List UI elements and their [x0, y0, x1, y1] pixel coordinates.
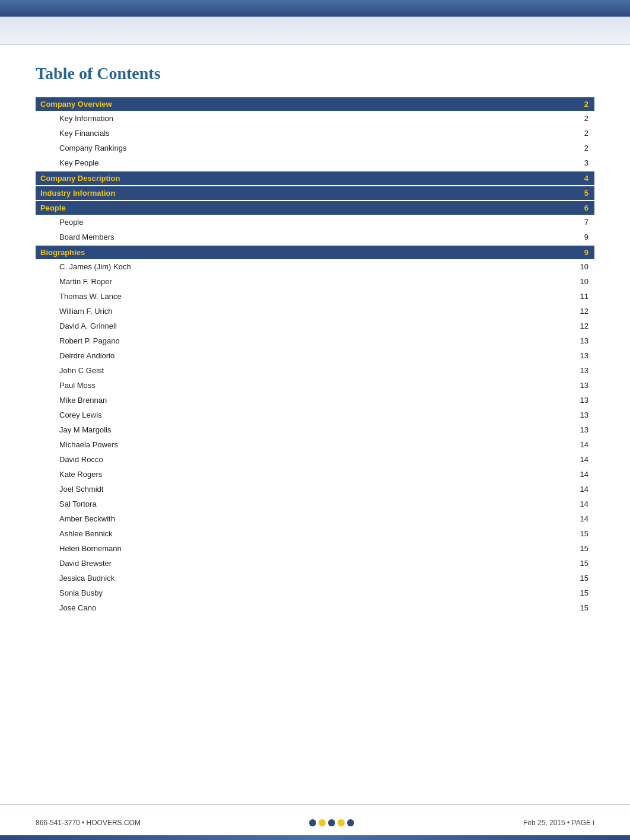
toc-item-4-5[interactable]: Robert P. Pagano13 — [36, 333, 594, 348]
toc-item-0-1[interactable]: Key Financials2 — [36, 126, 594, 141]
toc-item-page-3-0: 7 — [577, 218, 588, 227]
toc-item-label-4-11: Jay M Margolis — [59, 425, 111, 434]
toc-item-page-4-15: 14 — [577, 485, 588, 494]
toc-item-page-4-21: 15 — [577, 574, 588, 583]
toc-item-label-4-8: Paul Moss — [59, 381, 96, 390]
footer-left: 866-541-3770 • HOOVERS.COM — [36, 819, 141, 827]
section-page-4: 9 — [584, 248, 588, 257]
footer-bar — [0, 835, 630, 840]
toc-item-4-19[interactable]: Helen Bornemann15 — [36, 541, 594, 556]
toc-item-0-0[interactable]: Key Information2 — [36, 111, 594, 126]
toc-item-label-4-9: Mike Brennan — [59, 396, 107, 405]
toc-item-4-18[interactable]: Ashlee Bennick15 — [36, 526, 594, 541]
toc-item-4-8[interactable]: Paul Moss13 — [36, 378, 594, 393]
toc-item-4-4[interactable]: David A. Grinnell12 — [36, 319, 594, 333]
toc-item-4-6[interactable]: Deirdre Andiorio13 — [36, 348, 594, 363]
toc-item-page-0-2: 2 — [577, 144, 588, 152]
toc-item-4-0[interactable]: C. James (Jim) Koch10 — [36, 259, 594, 274]
toc-item-page-4-6: 13 — [577, 351, 588, 360]
toc-item-page-4-14: 14 — [577, 470, 588, 479]
section-label-3: People — [40, 203, 66, 212]
toc-item-label-4-4: David A. Grinnell — [59, 322, 117, 330]
toc-item-page-4-2: 11 — [577, 292, 588, 301]
section-page-0: 2 — [584, 100, 588, 109]
logo-dot-5 — [347, 819, 354, 826]
section-block-1: Company Description4 — [36, 171, 594, 185]
toc-item-label-4-12: Michaela Powers — [59, 440, 118, 449]
toc-item-page-4-10: 13 — [577, 411, 588, 419]
toc-item-label-4-17: Amber Beckwith — [59, 514, 115, 523]
toc-item-page-4-17: 14 — [577, 514, 588, 523]
toc-item-4-11[interactable]: Jay M Margolis13 — [36, 422, 594, 437]
toc-item-0-3[interactable]: Key People3 — [36, 155, 594, 170]
section-page-3: 6 — [584, 203, 588, 212]
toc-item-4-21[interactable]: Jessica Budnick15 — [36, 571, 594, 586]
toc-item-4-15[interactable]: Joel Schmidt14 — [36, 482, 594, 497]
toc-item-4-2[interactable]: Thomas W. Lance11 — [36, 289, 594, 304]
toc-item-4-17[interactable]: Amber Beckwith14 — [36, 511, 594, 526]
logo-dot-4 — [338, 819, 345, 826]
section-label-2: Industry Information — [40, 189, 115, 198]
toc-item-page-0-3: 3 — [577, 158, 588, 167]
page-title: Table of Contents — [36, 64, 594, 83]
toc-item-3-0[interactable]: People7 — [36, 215, 594, 230]
toc-item-4-22[interactable]: Sonia Busby15 — [36, 586, 594, 600]
toc-item-label-4-10: Corey Lewis — [59, 411, 102, 419]
toc-item-label-4-22: Sonia Busby — [59, 588, 103, 597]
toc-item-label-4-2: Thomas W. Lance — [59, 292, 122, 301]
toc-item-label-4-3: William F. Urich — [59, 307, 113, 316]
header-bar — [0, 0, 630, 17]
toc-item-4-16[interactable]: Sal Tortora14 — [36, 497, 594, 511]
toc-item-4-1[interactable]: Martin F. Roper10 — [36, 274, 594, 289]
toc-item-4-14[interactable]: Kate Rogers14 — [36, 467, 594, 482]
toc-item-4-23[interactable]: Jose Cano15 — [36, 600, 594, 615]
toc-item-0-2[interactable]: Company Rankings2 — [36, 141, 594, 155]
toc-item-label-0-1: Key Financials — [59, 129, 110, 138]
section-header-1[interactable]: Company Description4 — [36, 171, 594, 185]
section-page-2: 5 — [584, 189, 588, 198]
toc-item-page-4-11: 13 — [577, 425, 588, 434]
toc-item-4-9[interactable]: Mike Brennan13 — [36, 393, 594, 408]
toc-item-page-4-13: 14 — [577, 455, 588, 464]
toc-item-label-4-18: Ashlee Bennick — [59, 529, 113, 538]
toc-item-label-0-3: Key People — [59, 158, 99, 167]
toc-item-page-4-18: 15 — [577, 529, 588, 538]
toc-item-label-4-1: Martin F. Roper — [59, 277, 112, 286]
toc-item-4-10[interactable]: Corey Lewis13 — [36, 408, 594, 422]
section-header-3[interactable]: People6 — [36, 201, 594, 215]
toc-item-label-4-6: Deirdre Andiorio — [59, 351, 114, 360]
toc-item-label-4-13: David Rocco — [59, 455, 103, 464]
toc-item-label-4-20: David Brewster — [59, 559, 112, 568]
section-header-0[interactable]: Company Overview2 — [36, 97, 594, 111]
footer-right: Feb 25, 2015 • PAGE i — [523, 819, 594, 827]
toc-item-label-4-5: Robert P. Pagano — [59, 336, 120, 345]
toc-item-label-4-7: John C Geist — [59, 366, 104, 375]
section-header-2[interactable]: Industry Information5 — [36, 186, 594, 200]
section-block-0: Company Overview2Key Information2Key Fin… — [36, 97, 594, 170]
toc-item-label-4-16: Sal Tortora — [59, 499, 97, 508]
section-header-4[interactable]: Biographies9 — [36, 246, 594, 259]
section-label-4: Biographies — [40, 248, 85, 257]
section-block-4: Biographies9C. James (Jim) Koch10Martin … — [36, 246, 594, 615]
toc-item-4-3[interactable]: William F. Urich12 — [36, 304, 594, 319]
toc-item-page-4-19: 15 — [577, 544, 588, 553]
toc-item-4-13[interactable]: David Rocco14 — [36, 452, 594, 467]
toc-item-page-0-1: 2 — [577, 129, 588, 138]
toc-item-page-4-4: 12 — [577, 322, 588, 330]
section-block-2: Industry Information5 — [36, 186, 594, 200]
toc-container: Company Overview2Key Information2Key Fin… — [36, 97, 594, 615]
logo-dot-2 — [319, 819, 326, 826]
top-area — [0, 17, 630, 45]
toc-item-page-3-1: 9 — [577, 233, 588, 241]
toc-item-4-12[interactable]: Michaela Powers14 — [36, 437, 594, 452]
toc-item-4-7[interactable]: John C Geist13 — [36, 363, 594, 378]
toc-item-page-4-16: 14 — [577, 499, 588, 508]
toc-item-label-4-15: Joel Schmidt — [59, 485, 103, 494]
toc-item-page-4-22: 15 — [577, 588, 588, 597]
toc-item-page-4-3: 12 — [577, 307, 588, 316]
toc-item-label-3-0: People — [59, 218, 83, 227]
toc-item-page-0-0: 2 — [577, 114, 588, 123]
toc-item-label-0-0: Key Information — [59, 114, 113, 123]
toc-item-3-1[interactable]: Board Members9 — [36, 230, 594, 244]
toc-item-4-20[interactable]: David Brewster15 — [36, 556, 594, 571]
